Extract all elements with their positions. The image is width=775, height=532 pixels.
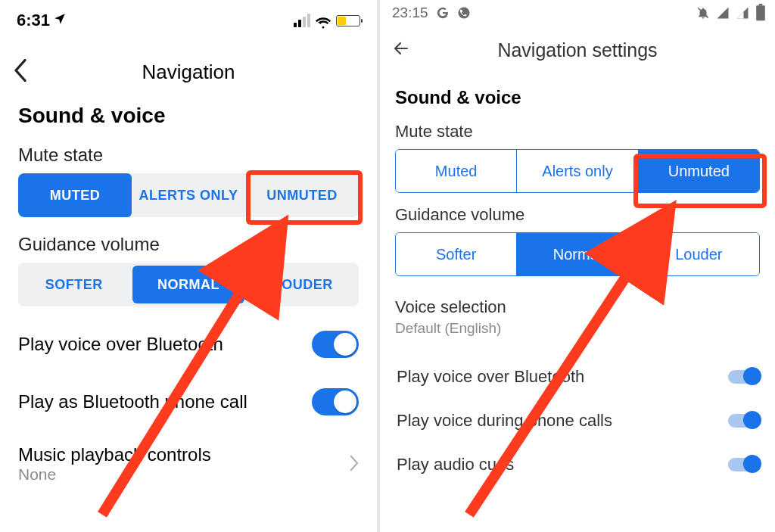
status-right: [294, 14, 360, 27]
toggle-label: Play voice over Bluetooth: [397, 367, 584, 387]
pane-divider: [377, 0, 380, 532]
toggle-label: Play voice over Bluetooth: [18, 334, 223, 355]
back-arrow-icon[interactable]: [392, 39, 410, 63]
guidance-volume-segmented: Softer Normal Louder: [395, 232, 760, 276]
mute-state-segmented: Muted Alerts only Unmuted: [395, 149, 760, 193]
ios-status-bar: 6:31: [0, 0, 377, 30]
music-playback-value: None: [18, 465, 211, 484]
music-playback-label: Music playback controls: [18, 444, 211, 465]
page-header: Navigation: [0, 30, 377, 104]
phone-icon: [457, 6, 471, 20]
switch-on-icon[interactable]: [728, 370, 758, 384]
toggle-label: Play voice during phone calls: [397, 411, 612, 431]
mute-option-unmuted[interactable]: Unmuted: [639, 150, 759, 192]
guidance-louder[interactable]: LOUDER: [247, 263, 359, 306]
guidance-normal[interactable]: Normal: [517, 233, 638, 275]
guidance-normal[interactable]: NORMAL: [132, 266, 244, 303]
mute-option-alerts[interactable]: Alerts only: [517, 150, 638, 192]
switch-on-icon[interactable]: [728, 414, 758, 428]
android-status-bar: 23:15: [380, 0, 775, 21]
location-arrow-icon: [53, 12, 67, 30]
mute-option-muted[interactable]: Muted: [396, 150, 517, 192]
google-icon: [436, 6, 450, 20]
guidance-volume-segmented: SOFTER NORMAL LOUDER: [18, 263, 359, 306]
cellular-signal-icon: [294, 14, 310, 27]
mute-option-alerts[interactable]: ALERTS ONLY: [132, 173, 245, 217]
toggle-bluetooth-voice[interactable]: Play voice over Bluetooth: [380, 355, 775, 399]
toggle-voice-during-calls[interactable]: Play voice during phone calls: [380, 399, 775, 443]
right-pane-android: 23:15 Navigation se: [380, 0, 775, 532]
clock-text: 6:31: [17, 11, 50, 30]
guidance-louder[interactable]: Louder: [639, 233, 759, 275]
mute-option-muted[interactable]: MUTED: [18, 173, 132, 217]
voice-selection-value: Default (English): [395, 320, 760, 337]
toggle-label: Play as Bluetooth phone call: [18, 391, 247, 412]
battery-icon: [755, 6, 766, 20]
toggle-bluetooth-voice[interactable]: Play voice over Bluetooth: [0, 316, 377, 373]
signal2-icon: [736, 6, 749, 20]
toggle-bluetooth-call[interactable]: Play as Bluetooth phone call: [0, 373, 377, 431]
section-sound-voice: Sound & voice: [0, 104, 377, 135]
page-header: Navigation settings: [380, 21, 775, 78]
mute-option-unmuted[interactable]: UNMUTED: [245, 173, 359, 217]
switch-on-icon[interactable]: [312, 388, 359, 415]
chevron-right-icon: [350, 453, 359, 476]
section-sound-voice: Sound & voice: [380, 78, 775, 119]
mute-state-label: Mute state: [380, 119, 775, 149]
voice-selection-row[interactable]: Voice selection Default (English): [380, 285, 775, 341]
page-title: Navigation: [142, 61, 235, 84]
voice-selection-label: Voice selection: [395, 297, 760, 317]
svg-rect-3: [759, 4, 763, 5]
clock-text: 23:15: [392, 5, 428, 21]
battery-icon: [336, 15, 360, 26]
guidance-volume-label: Guidance volume: [0, 217, 377, 263]
guidance-softer[interactable]: SOFTER: [18, 263, 129, 306]
status-time: 6:31: [17, 11, 67, 30]
back-chevron-icon[interactable]: [14, 59, 27, 86]
mute-state-label: Mute state: [0, 135, 377, 173]
signal-icon: [716, 6, 730, 20]
left-pane-ios: 6:31 Navigation Sound & voice Mute state…: [0, 0, 377, 532]
switch-on-icon[interactable]: [728, 458, 758, 471]
page-title: Navigation settings: [497, 39, 657, 61]
svg-point-0: [458, 8, 469, 19]
toggle-audio-cues[interactable]: Play audio cues: [380, 443, 775, 487]
svg-rect-2: [756, 6, 765, 21]
guidance-softer[interactable]: Softer: [396, 233, 517, 275]
switch-on-icon[interactable]: [312, 331, 359, 358]
mute-bell-icon: [696, 6, 710, 20]
guidance-volume-label: Guidance volume: [380, 202, 775, 232]
wifi-icon: [315, 14, 331, 27]
toggle-label: Play audio cues: [397, 455, 514, 474]
music-playback-row[interactable]: Music playback controls None: [0, 431, 377, 484]
mute-state-segmented: MUTED ALERTS ONLY UNMUTED: [18, 173, 359, 217]
